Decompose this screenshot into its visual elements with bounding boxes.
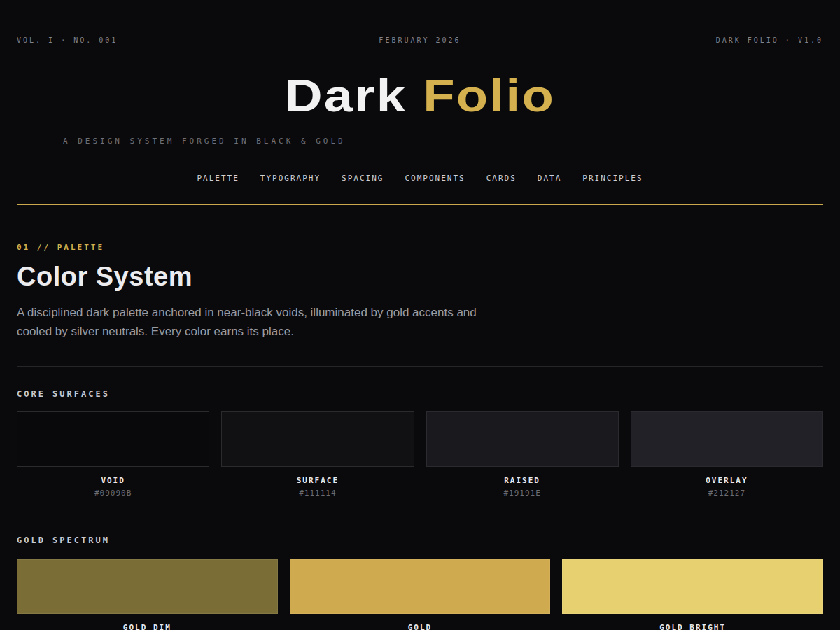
swatch-void [17, 411, 209, 467]
swatch-cell-surface: SURFACE #111114 [221, 411, 414, 498]
section-title: Color System [17, 262, 823, 292]
main-nav: PALETTE TYPOGRAPHY SPACING COMPONENTS CA… [0, 174, 840, 183]
core-surfaces-grid: VOID #09090B SURFACE #111114 RAISED #191… [17, 411, 823, 498]
swatch-gold-dim [17, 559, 278, 614]
site-title: Dark Folio [0, 74, 840, 118]
gold-double-rule [17, 188, 823, 205]
top-divider [17, 62, 823, 62]
core-surfaces-heading: CORE SURFACES [17, 389, 823, 399]
swatch-cell-raised: RAISED #19191E [426, 411, 619, 498]
swatch-name: RAISED [426, 476, 619, 485]
meta-bar: VOL. I · NO. 001 FEBRUARY 2026 DARK FOLI… [0, 0, 840, 44]
swatch-name: GOLD BRIGHT [562, 623, 823, 630]
swatch-cell-gold-dim: GOLD DIM [17, 559, 278, 630]
nav-item-principles[interactable]: PRINCIPLES [582, 174, 643, 183]
section-kicker: 01 // PALETTE [17, 243, 823, 252]
gold-spectrum-heading: GOLD SPECTRUM [17, 536, 823, 545]
swatch-surface [221, 411, 414, 467]
swatch-gold [290, 559, 551, 614]
swatch-raised [426, 411, 619, 467]
site-title-accent: Folio [423, 71, 555, 121]
swatch-hex: #19191E [426, 489, 619, 498]
nav-item-palette[interactable]: PALETTE [197, 174, 239, 183]
swatch-name: SURFACE [221, 476, 414, 485]
nav-item-components[interactable]: COMPONENTS [405, 174, 465, 183]
nav-item-typography[interactable]: TYPOGRAPHY [260, 174, 321, 183]
swatch-name: OVERLAY [631, 476, 823, 485]
nav-item-cards[interactable]: CARDS [486, 174, 517, 183]
masthead: Dark Folio A DESIGN SYSTEM FORGED IN BLA… [0, 74, 840, 146]
date-label: FEBRUARY 2026 [0, 36, 840, 44]
swatch-cell-overlay: OVERLAY #212127 [631, 411, 823, 498]
swatch-hex: #09090B [17, 489, 209, 498]
swatch-cell-void: VOID #09090B [17, 411, 209, 498]
tagline: A DESIGN SYSTEM FORGED IN BLACK & GOLD [63, 136, 840, 146]
nav-item-spacing[interactable]: SPACING [342, 174, 384, 183]
swatch-cell-gold: GOLD [290, 559, 551, 630]
site-title-primary: Dark [285, 71, 407, 121]
swatch-cell-gold-bright: GOLD BRIGHT [562, 559, 823, 630]
gold-spectrum-grid: GOLD DIM GOLD GOLD BRIGHT [17, 559, 823, 630]
section-description: A disciplined dark palette anchored in n… [17, 303, 500, 341]
swatch-name: VOID [17, 476, 209, 485]
section-divider [17, 366, 823, 367]
swatch-name: GOLD DIM [17, 623, 278, 630]
swatch-hex: #212127 [631, 489, 823, 498]
swatch-hex: #111114 [221, 489, 414, 498]
swatch-name: GOLD [290, 623, 551, 630]
nav-item-data[interactable]: DATA [538, 174, 562, 183]
swatch-overlay [631, 411, 823, 467]
swatch-gold-bright [562, 559, 823, 614]
page: VOL. I · NO. 001 FEBRUARY 2026 DARK FOLI… [0, 0, 840, 630]
